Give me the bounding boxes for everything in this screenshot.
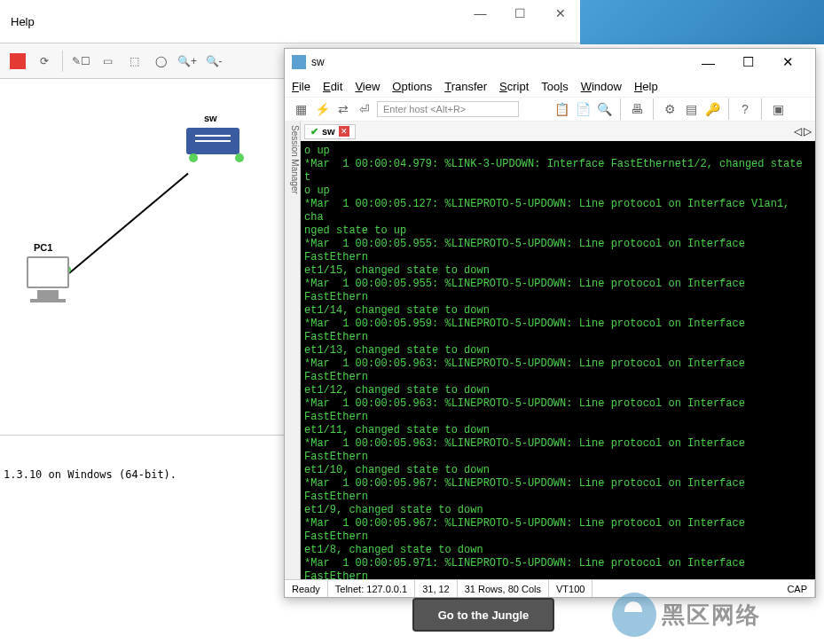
- status-cursor-pos: 31, 12: [415, 580, 458, 597]
- session-icon[interactable]: ▦: [292, 100, 310, 118]
- view-icon[interactable]: ▣: [769, 100, 787, 118]
- tab-bar: ✔ sw ✕ ◁ ▷: [301, 122, 815, 141]
- reconnect-icon[interactable]: ⇄: [334, 100, 352, 118]
- crt-close-button[interactable]: ✕: [768, 50, 808, 75]
- options-icon[interactable]: ⚙: [661, 100, 679, 118]
- switch-device[interactable]: [186, 128, 239, 154]
- rect-button[interactable]: ⬚: [122, 49, 146, 74]
- menu-window[interactable]: Window: [581, 80, 622, 93]
- crt-menubar: File Edit View Options Transfer Script T…: [285, 75, 815, 97]
- print-icon[interactable]: 🖶: [628, 100, 646, 118]
- status-ready: Ready: [285, 580, 328, 597]
- menu-edit[interactable]: Edit: [323, 80, 342, 93]
- maximize-button[interactable]: ☐: [500, 0, 540, 27]
- desktop-background: [580, 0, 824, 44]
- gns3-version-text: 1.3.10 on Windows (64-bit).: [0, 465, 180, 484]
- close-button[interactable]: ✕: [540, 0, 580, 27]
- status-emulation: VT100: [549, 580, 592, 597]
- zoom-out-button[interactable]: 🔍-: [201, 49, 226, 74]
- host-input[interactable]: Enter host <Alt+R>: [377, 101, 519, 117]
- disconnect-icon[interactable]: ⏎: [356, 100, 373, 118]
- tab-connected-icon: ✔: [310, 126, 318, 137]
- ellipse-button[interactable]: ◯: [148, 49, 173, 74]
- session-manager-panel[interactable]: Session Manager: [285, 122, 301, 579]
- menu-tools[interactable]: Tools: [541, 80, 568, 93]
- tab-close-icon[interactable]: ✕: [339, 126, 349, 137]
- session-tab[interactable]: ✔ sw ✕: [304, 124, 356, 139]
- stop-button[interactable]: [5, 49, 30, 74]
- crt-toolbar: ▦ ⚡ ⇄ ⏎ Enter host <Alt+R> 📋 📄 🔍 🖶 ⚙ ▤ 🔑…: [285, 97, 815, 122]
- menu-options[interactable]: Options: [392, 80, 432, 93]
- crt-minimize-button[interactable]: —: [688, 50, 728, 75]
- watermark: 黑区网络: [612, 593, 816, 637]
- menu-view[interactable]: View: [355, 80, 380, 93]
- minimize-button[interactable]: —: [460, 0, 500, 27]
- pc-device[interactable]: [27, 256, 69, 302]
- quick-connect-icon[interactable]: ⚡: [313, 100, 331, 118]
- status-dimensions: 31 Rows, 80 Cols: [458, 580, 549, 597]
- copy-icon[interactable]: 📋: [553, 100, 570, 118]
- menu-script[interactable]: Script: [499, 80, 529, 93]
- network-link[interactable]: [68, 173, 188, 274]
- session-options-icon[interactable]: ▤: [682, 100, 700, 118]
- tab-label: sw: [322, 126, 335, 137]
- status-connection: Telnet: 127.0.0.1: [328, 580, 415, 597]
- pc-label: PC1: [34, 242, 52, 253]
- menu-transfer[interactable]: Transfer: [444, 80, 487, 93]
- menu-help[interactable]: Help: [634, 80, 658, 93]
- menu-help[interactable]: Help: [0, 10, 45, 34]
- image-button[interactable]: ▭: [95, 49, 120, 74]
- gns3-status-separator: [0, 435, 284, 443]
- terminal-output[interactable]: o up *Mar 1 00:00:04.979: %LINK-3-UPDOWN…: [301, 141, 815, 579]
- link-port-sw-right: [235, 153, 244, 162]
- gns3-menubar: Help — ☐ ✕: [0, 0, 580, 43]
- find-icon[interactable]: 🔍: [595, 100, 613, 118]
- tab-prev-icon[interactable]: ◁: [794, 125, 802, 137]
- watermark-icon: [612, 593, 656, 637]
- tab-next-icon[interactable]: ▷: [804, 125, 812, 137]
- crt-window: sw — ☐ ✕ File Edit View Options Transfer…: [284, 48, 816, 598]
- watermark-text: 黑区网络: [662, 600, 761, 631]
- crt-title-text: sw: [311, 56, 688, 68]
- zoom-in-button[interactable]: 🔍+: [175, 49, 200, 74]
- crt-maximize-button[interactable]: ☐: [728, 50, 768, 75]
- key-icon[interactable]: 🔑: [703, 100, 721, 118]
- link-port-sw-left: [189, 153, 198, 162]
- crt-titlebar[interactable]: sw — ☐ ✕: [285, 49, 815, 75]
- note-button[interactable]: ✎☐: [68, 49, 93, 74]
- go-to-jungle-button[interactable]: Go to the Jungle: [412, 598, 554, 632]
- paste-icon[interactable]: 📄: [574, 100, 592, 118]
- reload-button[interactable]: ⟳: [32, 49, 57, 74]
- help-icon[interactable]: ?: [736, 100, 754, 118]
- menu-file[interactable]: File: [292, 80, 310, 93]
- switch-label: sw: [204, 113, 217, 123]
- crt-app-icon: [292, 55, 306, 69]
